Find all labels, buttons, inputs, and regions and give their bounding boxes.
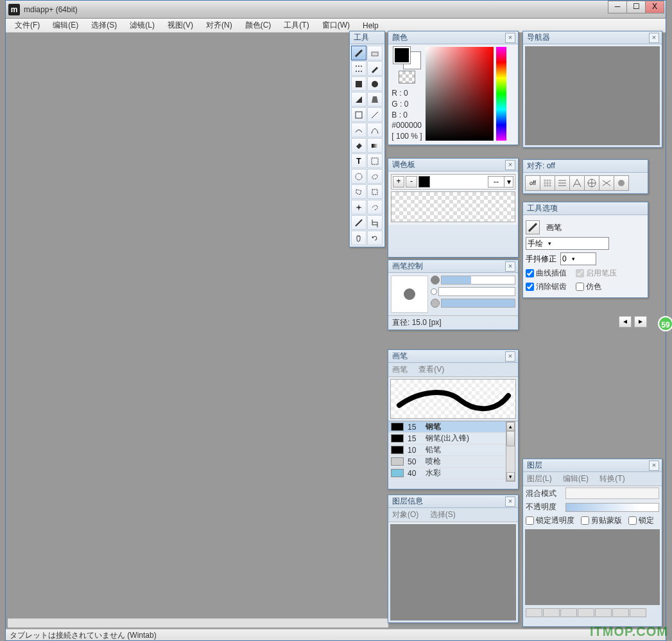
sv-picker[interactable] bbox=[426, 47, 494, 141]
close-icon[interactable]: × bbox=[505, 496, 515, 507]
brush-item[interactable]: 10 铅笔 bbox=[388, 444, 508, 456]
color-panel-header[interactable]: 颜色 × bbox=[388, 31, 518, 44]
tool-options-header[interactable]: 工具选项 bbox=[523, 202, 648, 215]
menu-help[interactable]: Help bbox=[356, 20, 385, 31]
layer-thumb[interactable] bbox=[630, 608, 646, 617]
titlebar[interactable]: m mdiapp+ (64bit) ─ ☐ X bbox=[6, 1, 666, 19]
brush-item[interactable]: 15 钢笔(出入锋) bbox=[388, 433, 508, 444]
menu-file[interactable]: 文件(F) bbox=[8, 19, 46, 32]
linfo-sub-object[interactable]: 对象(O) bbox=[392, 510, 418, 519]
palette-area[interactable] bbox=[391, 191, 515, 222]
layers-sub-edit[interactable]: 编辑(E) bbox=[563, 474, 589, 483]
navigator-view[interactable] bbox=[525, 46, 660, 145]
tool-select-poly[interactable] bbox=[367, 184, 383, 199]
close-icon[interactable]: × bbox=[505, 351, 515, 362]
blend-mode-dropdown[interactable] bbox=[565, 487, 659, 499]
menu-tool[interactable]: 工具(T) bbox=[277, 19, 315, 32]
brush-softness-slider[interactable] bbox=[441, 299, 515, 308]
tool-bezier[interactable] bbox=[367, 123, 383, 137]
menu-filter[interactable]: 滤镜(L) bbox=[123, 19, 161, 32]
align-grid-button[interactable] bbox=[540, 175, 555, 191]
tool-lasso-poly[interactable] bbox=[351, 184, 366, 199]
tool-hand[interactable] bbox=[351, 231, 366, 245]
aa-checkbox[interactable]: 消除锯齿 bbox=[526, 281, 567, 292]
layer-thumb[interactable] bbox=[595, 608, 612, 617]
layers-panel[interactable]: 图层 × 图层(L) 编辑(E) 转换(T) 混合模式 不透明度 锁定透明度 剪… bbox=[522, 459, 662, 627]
layers-panel-header[interactable]: 图层 × bbox=[523, 459, 662, 472]
close-icon[interactable]: × bbox=[505, 261, 515, 272]
align-perspective-button[interactable] bbox=[569, 175, 585, 191]
brush-item[interactable]: 40 水彩 bbox=[388, 468, 508, 479]
menu-align[interactable]: 对齐(N) bbox=[200, 19, 239, 32]
dither-checkbox[interactable]: 仿色 bbox=[576, 281, 601, 292]
tool-magic-wand[interactable] bbox=[351, 200, 366, 215]
layers-sub-layer[interactable]: 图层(L) bbox=[527, 474, 552, 483]
prev-button[interactable]: ◂ bbox=[619, 316, 632, 328]
brush-control-panel[interactable]: 画笔控制 × 直径: 15.0 [px] bbox=[388, 259, 519, 330]
brush-panel[interactable]: 画笔 × 画笔 查看(V) 15 钢笔 15 钢笔(出入锋) 10 铅笔 bbox=[388, 349, 519, 489]
resize-grip-icon[interactable]: ⋰ bbox=[654, 139, 660, 146]
brush-item[interactable]: 50 喷枪 bbox=[388, 456, 508, 468]
horizontal-scrollbar[interactable] bbox=[7, 618, 389, 628]
minimize-button[interactable]: ─ bbox=[608, 1, 627, 13]
menu-edit[interactable]: 编辑(E) bbox=[46, 19, 85, 32]
scroll-up-icon[interactable]: ▴ bbox=[506, 422, 515, 431]
tools-panel-header[interactable]: 工具 bbox=[350, 31, 384, 44]
close-icon[interactable]: × bbox=[505, 160, 515, 170]
tool-options-panel[interactable]: 工具选项 画笔 手绘▾ 手抖修正 0▾ 曲线插值 启用笔压 消除锯齿 仿色 bbox=[522, 202, 648, 298]
tool-select-lasso2[interactable] bbox=[367, 200, 383, 215]
tool-gradient[interactable] bbox=[367, 138, 383, 153]
tool-lasso[interactable] bbox=[367, 169, 383, 184]
tool-move[interactable] bbox=[351, 61, 366, 76]
menu-view[interactable]: 视图(V) bbox=[161, 19, 200, 32]
layer-thumb[interactable] bbox=[578, 608, 594, 617]
align-off-button[interactable]: off bbox=[525, 175, 540, 191]
maximize-button[interactable]: ☐ bbox=[626, 1, 646, 13]
menu-window[interactable]: 窗口(W) bbox=[316, 19, 356, 32]
fgbg-swatch[interactable] bbox=[393, 47, 420, 69]
tool-eyedropper[interactable] bbox=[367, 61, 383, 76]
scroll-down-icon[interactable]: ▾ bbox=[506, 472, 515, 481]
brush-scrollbar[interactable]: ▴ ▾ bbox=[506, 421, 515, 482]
tool-path[interactable] bbox=[351, 123, 366, 137]
layers-list-area[interactable] bbox=[525, 529, 660, 605]
brush-size-slider[interactable] bbox=[441, 276, 515, 285]
tool-text[interactable]: T bbox=[351, 154, 366, 168]
tool-select-ellipse[interactable] bbox=[351, 169, 366, 184]
layer-thumb[interactable] bbox=[612, 608, 629, 617]
align-horiz-button[interactable] bbox=[555, 175, 570, 191]
nav-panel-header[interactable]: 导航器 × bbox=[523, 31, 662, 44]
close-icon[interactable]: × bbox=[649, 461, 659, 471]
brush-opacity-slider[interactable] bbox=[438, 287, 515, 296]
palette-panel-header[interactable]: 调色板 × bbox=[388, 159, 518, 171]
tool-rect-outline[interactable] bbox=[351, 107, 366, 122]
navigator-panel[interactable]: 导航器 × ⋰ bbox=[522, 31, 662, 148]
close-icon[interactable]: × bbox=[649, 33, 659, 43]
align-iso-button[interactable] bbox=[599, 175, 614, 191]
draw-mode-dropdown[interactable]: 手绘▾ bbox=[526, 237, 609, 250]
brush-sub-brush[interactable]: 画笔 bbox=[392, 365, 408, 374]
linfo-sub-select[interactable]: 选择(S) bbox=[430, 510, 456, 519]
brush-sub-view[interactable]: 查看(V) bbox=[418, 365, 444, 374]
layer-info-panel[interactable]: 图层信息 × 对象(O) 选择(S) bbox=[388, 495, 519, 623]
tool-crop[interactable] bbox=[367, 215, 383, 230]
hue-slider[interactable] bbox=[496, 47, 506, 141]
tool-circle-fill[interactable] bbox=[367, 76, 383, 91]
layer-thumb[interactable] bbox=[543, 608, 560, 617]
align-radial-button[interactable] bbox=[584, 175, 599, 191]
menu-color[interactable]: 颜色(C) bbox=[239, 19, 278, 32]
align-circle-button[interactable] bbox=[614, 175, 629, 191]
alpha-swatch[interactable] bbox=[399, 71, 415, 83]
tool-rect-fill[interactable] bbox=[351, 76, 366, 91]
lock-opacity-checkbox[interactable]: 锁定透明度 bbox=[526, 515, 574, 526]
layer-thumb[interactable] bbox=[560, 608, 577, 617]
tool-ruler[interactable] bbox=[351, 215, 366, 230]
fg-color-swatch[interactable] bbox=[393, 47, 410, 64]
layer-info-header[interactable]: 图层信息 × bbox=[388, 495, 518, 508]
palette-add-button[interactable]: + bbox=[393, 176, 404, 188]
palette-panel[interactable]: 调色板 × + - --▾ bbox=[388, 158, 519, 258]
lock-checkbox[interactable]: 锁定 bbox=[628, 515, 654, 526]
tool-line[interactable] bbox=[367, 107, 383, 122]
tool-cone[interactable] bbox=[367, 92, 383, 107]
next-button[interactable]: ▸ bbox=[634, 316, 647, 328]
